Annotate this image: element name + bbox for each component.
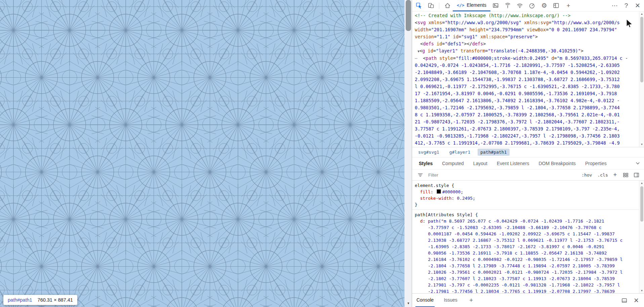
dom-tree-line[interactable]: ▼<g id="layer1" transform="translate(-4.… (415, 47, 639, 55)
sidebar-pane-tabs: StylesComputedLayoutEvent ListenersDOM B… (412, 157, 644, 169)
dom-tree-line[interactable]: 1.1885509,-2.05647 2.1613806,-3.74892 2.… (415, 97, 639, 104)
scroll-down-arrow[interactable]: ▼ (639, 142, 644, 147)
color-swatch[interactable] (437, 189, 441, 194)
style-line[interactable]: -2.17981 -3.77456 l 2.18034 -3.7765 c 1.… (415, 288, 639, 293)
elements-icon: </> (457, 3, 465, 8)
dom-tree-line[interactable]: <svg xmlns="http://www.w3.org/2000/svg" … (415, 19, 639, 26)
inspect-icon[interactable] (414, 1, 424, 10)
breadcrumb-item-path-path1[interactable]: path#path1 (478, 149, 509, 156)
console-tab-issues[interactable]: Issues (443, 294, 458, 307)
new-style-rule-button[interactable]: + (612, 171, 618, 179)
dom-tree-line[interactable]: -0.0121 -0.9813285,-1.71968 -2.1802247,-… (415, 132, 639, 140)
style-line[interactable]: -2.1802 -3.77607 l 2.18023 -3.77587 c 1.… (415, 275, 639, 282)
add-pane-icon[interactable]: + (467, 296, 476, 305)
settings-gear-icon[interactable]: ⚙ (539, 1, 549, 10)
dom-tree-line[interactable]: 3.77587 c 1.1991261,-2.07673 2.1800397,-… (415, 125, 639, 132)
dom-tree-line[interactable]: 0.9803501,-1.72146 -2.1795692,-3.79859 l… (415, 104, 639, 111)
style-line[interactable]: element.style { (415, 182, 639, 189)
toolbar-left-icons (414, 1, 436, 10)
style-line[interactable]: 2.18026 -3.79561 c 0.0002021 -0.0121 -0.… (415, 269, 639, 275)
add-tool-icon[interactable]: + (564, 1, 573, 10)
dom-tree-line[interactable]: 21 -0.9807243,-1.72035 -2.1798376,-3.797… (415, 118, 639, 125)
dom-tree-line[interactable]: 2.0992208,-3.69675 1.1544738,-1.99837 2.… (415, 76, 639, 83)
chevron-down-icon[interactable] (633, 159, 642, 168)
dom-tree-line[interactable]: 412,-3.7765 c 1.1991914,-2.07708 2.17996… (415, 140, 639, 147)
style-line[interactable]: 0.98056 -1.73536 2.16911 -3.7918 c 1.188… (415, 250, 639, 256)
toolbar-window-icons: ⋯?✕ (610, 1, 642, 10)
page-scrollbar-down-arrow[interactable]: ▼ (405, 300, 412, 306)
style-line[interactable]: fill: #000000; (415, 189, 639, 195)
style-line[interactable]: 2.17981 -3.797 c -0.0002235 -0.0121 -0.9… (415, 282, 639, 288)
console-tab-console[interactable]: Console (415, 294, 435, 307)
help-icon[interactable]: ? (621, 1, 631, 10)
styles-scrollbar-thumb[interactable] (640, 186, 643, 222)
style-line[interactable]: -2.1804 -3.77658 l 2.17989 -3.77448 c 1.… (415, 263, 639, 269)
filter-icon[interactable] (415, 170, 425, 180)
style-line[interactable]: 2.13038 -3.68727 2.16867 -3.75312 l 0.06… (415, 237, 639, 243)
performance-icon[interactable] (527, 1, 537, 10)
sidebar-icon[interactable] (632, 170, 641, 180)
layout-icon[interactable] (552, 1, 561, 10)
pane-tab-computed[interactable]: Computed (441, 157, 465, 169)
styles-filter-input[interactable] (428, 172, 577, 178)
pane-tab-event-listeners[interactable]: Event Listeners (495, 157, 531, 169)
close-devtools-icon[interactable]: ✕ (633, 1, 642, 10)
filter-bar-icons (621, 170, 641, 180)
pane-tab-styles[interactable]: Styles (417, 157, 434, 169)
media-icon[interactable] (491, 1, 500, 10)
class-toggle[interactable]: .cls (596, 172, 609, 178)
page-scrollbar-thumb[interactable] (406, 0, 411, 31)
breadcrumb: svg#svg1g#layer1path#path1 (412, 147, 644, 157)
scroll-up-arrow[interactable]: ▲ (639, 11, 644, 16)
style-line[interactable]: path[Attributes Style] { (415, 212, 639, 218)
style-line[interactable]: -1.63905 -2.8385 -2.1733 -3.78017 -2.167… (415, 243, 639, 250)
style-line[interactable]: 2.16184 -3.76102 c 0.0004982 -0.0122 -0.… (415, 256, 639, 263)
tab-elements-label: Elements (467, 2, 486, 8)
style-line[interactable]: d: path("m 8.5697 265.077 c -0.042429 -0… (415, 218, 639, 224)
dom-tree-line[interactable]: width="201.16907mm" height="234.79794mm"… (415, 26, 639, 33)
dom-tree-line[interactable]: l 0.069621,-0.11977 -2.1752995,-3.76715 … (415, 83, 639, 90)
dom-tree-line[interactable]: 8 c 1.1989358,-2.07597 2.1800525,-3.7839… (415, 111, 639, 118)
style-line[interactable]: -3.77597 c -1.52083 -2.63305 -2.10488 -3… (415, 224, 639, 231)
breadcrumb-item-g-layer1[interactable]: g#layer1 (447, 149, 473, 156)
pane-tab-dom-breakpoints[interactable]: DOM Breakpoints (537, 157, 577, 169)
more-options-icon[interactable]: ⋯ (610, 1, 619, 10)
pane-tab-layout[interactable]: Layout (472, 157, 489, 169)
style-line[interactable]: } (415, 201, 639, 208)
dom-tree-line[interactable]: 17 -2.1671954,-3.81997 0.0046,-0.0291 0.… (415, 90, 639, 97)
close-drawer-icon[interactable]: ✕ (632, 296, 641, 305)
pane-tab-properties[interactable]: Properties (584, 157, 608, 169)
dom-tree-line[interactable]: -2.1048849,-3.66189 -2.1047608,-3.70768 … (415, 69, 639, 76)
tooltip-dimensions: 760.31 × 887.41 (38, 297, 73, 303)
dom-tree-scrollbar[interactable]: ▲ ▼ (639, 11, 644, 147)
dom-tree-line[interactable]: ⋯ <path style="fill:#000000;stroke-width… (415, 55, 639, 62)
scroll-up-arrow[interactable]: ▲ (639, 181, 644, 186)
dom-tree-line[interactable]: <defs id="defs1"></defs> (415, 40, 639, 47)
styles-scrollbar[interactable]: ▲ ▼ (639, 181, 644, 293)
wifi-icon[interactable] (515, 1, 525, 10)
dom-tree-line[interactable]: 0.042429,-0.0724 -1.0243854,-1.7716 -2.1… (415, 62, 639, 69)
style-line[interactable]: stroke-width: 0.2495; (415, 195, 639, 201)
scroll-down-arrow[interactable]: ▼ (639, 288, 644, 293)
dock-icon[interactable] (619, 296, 629, 305)
style-line[interactable]: 0.0001187 -0.0454 0.594426 -1.09202 2.09… (415, 231, 639, 237)
device-toolbar-icon[interactable] (426, 1, 436, 10)
page-viewport[interactable]: path#path1 760.31 × 887.41 (0, 0, 404, 307)
page-scrollbar[interactable]: ▼ (404, 0, 412, 307)
dom-tree-line[interactable]: version="1.1" id="svg1" xml:space="prese… (415, 33, 639, 40)
svg-pattern-canvas[interactable] (0, 0, 404, 307)
tooltip-element-name: path#path1 (8, 297, 32, 303)
toolbar-divider (439, 3, 439, 9)
dom-scrollbar-thumb[interactable] (640, 17, 643, 82)
pseudo-state-toggle[interactable]: :hov (580, 172, 593, 178)
devtools-toolbar: </> Elements ⚙+ ⋯?✕ (412, 0, 644, 11)
console-right-icons: ✕ (619, 296, 641, 305)
dom-tree-line[interactable]: <!-- Created with Inkscape (http://www.i… (415, 12, 639, 19)
grid-icon[interactable] (621, 170, 630, 180)
home-icon[interactable] (443, 1, 452, 10)
breadcrumb-item-svg-svg1[interactable]: svg#svg1 (415, 149, 442, 156)
tab-elements[interactable]: </> Elements (453, 0, 490, 11)
pane-tabs-overflow (633, 159, 642, 168)
dom-tree: <!-- Created with Inkscape (http://www.i… (412, 11, 639, 147)
network-conditions-icon[interactable] (503, 1, 513, 10)
